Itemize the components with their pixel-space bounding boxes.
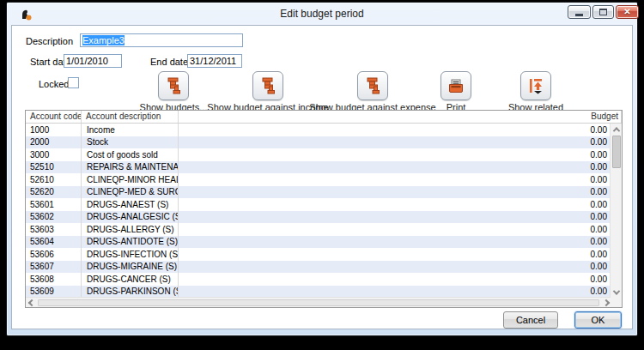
account-code-cell: 53606 bbox=[26, 248, 82, 261]
budget-pipe-icon bbox=[258, 75, 278, 96]
account-description-cell: DRUGS-INFECTION (S) bbox=[82, 248, 179, 261]
filler-cell bbox=[179, 211, 541, 224]
table-row[interactable]: 52620 CLINEQP-MED & SURG INST 0.00 bbox=[26, 186, 610, 199]
account-description-cell: Stock bbox=[82, 136, 179, 149]
budget-cell: 0.00 bbox=[541, 198, 610, 211]
filler-cell bbox=[179, 136, 541, 149]
locked-checkbox[interactable] bbox=[68, 77, 79, 88]
budget-cell: 0.00 bbox=[541, 211, 610, 224]
filler-cell bbox=[179, 198, 541, 211]
filler-cell bbox=[179, 223, 541, 236]
vertical-scrollbar[interactable] bbox=[610, 124, 622, 298]
table-row[interactable]: 52610 CLINEQP-MINOR HEALTH T 0.00 bbox=[26, 173, 610, 186]
maximize-button[interactable] bbox=[592, 5, 614, 19]
show-budget-expense-button[interactable] bbox=[357, 71, 388, 100]
cancel-button[interactable]: Cancel bbox=[503, 311, 558, 329]
budget-cell: 0.00 bbox=[541, 148, 610, 161]
table-row[interactable]: 53603 DRUGS-ALLERGY (S) 0.00 bbox=[26, 223, 610, 236]
description-label: Description bbox=[26, 36, 73, 46]
table-row[interactable]: 3000 Cost of goods sold 0.00 bbox=[26, 148, 610, 161]
column-header-account-description[interactable]: Account description bbox=[82, 111, 179, 123]
account-code-cell: 52620 bbox=[26, 186, 82, 199]
table-body: 1000 Income 0.00 2000 Stock 0.00 3000 Co… bbox=[26, 124, 610, 298]
show-budget-income-button[interactable] bbox=[252, 71, 283, 100]
close-button[interactable]: ✕ bbox=[616, 5, 639, 19]
show-budgets-button[interactable] bbox=[158, 71, 189, 100]
budget-pipe-icon bbox=[163, 75, 184, 96]
table-row[interactable]: 53608 DRUGS-CANCER (S) 0.00 bbox=[26, 273, 610, 286]
table-row[interactable]: 52510 REPAIRS & MAINTENANCE-E 0.00 bbox=[26, 161, 610, 174]
account-description-cell: DRUGS-ANTIDOTE (S) bbox=[82, 236, 179, 249]
account-description-cell: Income bbox=[82, 124, 179, 136]
budget-cell: 0.00 bbox=[541, 223, 610, 236]
account-code-cell: 53607 bbox=[26, 261, 82, 274]
budget-cell: 0.00 bbox=[541, 261, 610, 274]
dialog-window: Edit budget period ✕ Description Example… bbox=[6, 2, 638, 336]
account-code-cell: 2000 bbox=[26, 136, 82, 149]
account-description-cell: DRUGS-PARKINSON (S) bbox=[82, 286, 179, 299]
table-row[interactable]: 53607 DRUGS-MIGRAINE (S) 0.00 bbox=[26, 261, 610, 274]
column-header-filler bbox=[179, 111, 553, 123]
start-date-value: 1/01/2010 bbox=[66, 56, 108, 66]
account-description-cell: REPAIRS & MAINTENANCE-E bbox=[82, 161, 179, 174]
vertical-scrollbar-thumb[interactable] bbox=[612, 136, 621, 168]
maximize-icon bbox=[599, 9, 607, 15]
table-row[interactable]: 2000 Stock 0.00 bbox=[26, 136, 610, 149]
titlebar[interactable]: Edit budget period ✕ bbox=[7, 3, 637, 25]
column-header-account-code[interactable]: Account code bbox=[26, 111, 82, 123]
chevron-down-icon bbox=[612, 287, 619, 294]
minimize-button[interactable] bbox=[568, 5, 591, 19]
account-code-cell: 52610 bbox=[26, 173, 82, 186]
filler-cell bbox=[179, 286, 541, 299]
table-header[interactable]: Account code Account description Budget bbox=[26, 111, 622, 124]
column-header-budget[interactable]: Budget bbox=[553, 111, 622, 123]
end-date-label: End date bbox=[150, 57, 188, 67]
account-description-cell: DRUGS-MIGRAINE (S) bbox=[82, 261, 179, 274]
scroll-up-button[interactable] bbox=[611, 124, 622, 135]
budget-pipe-icon bbox=[362, 75, 383, 96]
account-code-cell: 52510 bbox=[26, 161, 82, 174]
end-date-input[interactable]: 31/12/2011 bbox=[187, 54, 242, 68]
account-code-cell: 53601 bbox=[26, 198, 82, 211]
filler-cell bbox=[179, 236, 541, 249]
description-selected-text: Example3 bbox=[82, 35, 125, 45]
table-row[interactable]: 53609 DRUGS-PARKINSON (S) 0.00 bbox=[26, 286, 610, 299]
window-title: Edit budget period bbox=[7, 8, 637, 20]
filler-cell bbox=[179, 248, 541, 261]
account-code-cell: 53609 bbox=[26, 286, 82, 299]
account-description-cell: DRUGS-ANALGESIC (S) bbox=[82, 211, 179, 224]
horizontal-scrollbar-thumb[interactable] bbox=[38, 299, 599, 306]
budget-cell: 0.00 bbox=[541, 186, 610, 199]
account-description-cell: CLINEQP-MED & SURG INST bbox=[82, 186, 179, 199]
table-row[interactable]: 53601 DRUGS-ANAEST (S) 0.00 bbox=[26, 198, 610, 211]
description-input[interactable]: Example3 bbox=[80, 33, 243, 47]
table-row[interactable]: 53602 DRUGS-ANALGESIC (S) 0.00 bbox=[26, 211, 610, 224]
account-code-cell: 1000 bbox=[26, 124, 82, 136]
show-related-button[interactable] bbox=[520, 71, 551, 100]
table-row[interactable]: 1000 Income 0.00 bbox=[26, 124, 610, 136]
account-description-cell: DRUGS-ALLERGY (S) bbox=[82, 223, 179, 236]
ok-button[interactable]: OK bbox=[574, 311, 622, 329]
budget-cell: 0.00 bbox=[541, 124, 610, 136]
end-date-value: 31/12/2011 bbox=[190, 56, 236, 66]
minimize-icon bbox=[575, 14, 583, 16]
scroll-left-button[interactable] bbox=[26, 298, 37, 307]
budget-cell: 0.00 bbox=[541, 161, 610, 174]
filler-cell bbox=[179, 273, 541, 286]
account-code-cell: 53603 bbox=[26, 223, 82, 236]
scrollbar-corner bbox=[611, 297, 622, 307]
show-related-group: Show related bbox=[471, 71, 600, 112]
filler-cell bbox=[179, 261, 541, 274]
print-button[interactable] bbox=[440, 71, 471, 100]
locked-label: Locked bbox=[39, 79, 69, 89]
chevron-right-icon bbox=[602, 299, 609, 305]
chevron-left-icon bbox=[27, 299, 34, 305]
filler-cell bbox=[179, 186, 541, 199]
start-date-input[interactable]: 1/01/2010 bbox=[64, 54, 122, 68]
account-description-cell: Cost of goods sold bbox=[82, 148, 179, 161]
filler-cell bbox=[179, 124, 541, 136]
filler-cell bbox=[179, 161, 541, 174]
horizontal-scrollbar[interactable] bbox=[26, 297, 611, 307]
table-row[interactable]: 53604 DRUGS-ANTIDOTE (S) 0.00 bbox=[26, 236, 610, 249]
table-row[interactable]: 53606 DRUGS-INFECTION (S) 0.00 bbox=[26, 248, 610, 261]
